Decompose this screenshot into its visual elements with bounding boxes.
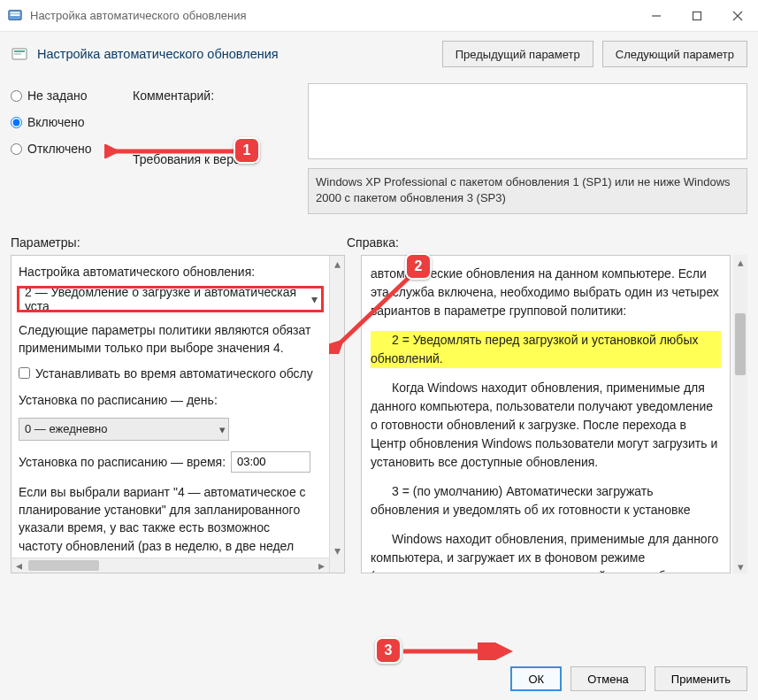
params-vscrollbar[interactable]: ▴ ▾ xyxy=(329,256,344,573)
policy-title: Настройка автоматического обновления xyxy=(37,47,433,61)
svg-rect-9 xyxy=(14,53,21,55)
maximize-button[interactable] xyxy=(677,0,717,31)
radio-disabled-label: Отключено xyxy=(27,142,92,156)
radio-disabled[interactable]: Отключено xyxy=(11,142,117,156)
bottom-params-text: Если вы выбрали вариант "4 — автоматичес… xyxy=(19,483,322,558)
help-highlight: 2 = Уведомлять перед загрузкой и установ… xyxy=(371,331,721,368)
auto-maintenance-checkbox[interactable] xyxy=(19,367,30,379)
help-p2: Когда Windows находит обновления, примен… xyxy=(371,379,721,472)
scroll-left-icon[interactable]: ◂ xyxy=(11,558,27,573)
scroll-up-icon[interactable]: ▴ xyxy=(733,255,747,269)
next-parameter-button[interactable]: Следующий параметр xyxy=(602,41,747,67)
cancel-button[interactable]: Отмена xyxy=(570,666,646,691)
svg-rect-8 xyxy=(14,50,25,52)
ok-button[interactable]: ОК xyxy=(510,666,562,691)
annotation-marker-1: 1 xyxy=(234,137,260,164)
minimize-button[interactable] xyxy=(636,0,677,31)
parameters-pane: Настройка автоматического обновления: 2 … xyxy=(11,255,345,573)
svg-rect-2 xyxy=(11,14,20,16)
radio-disabled-input[interactable] xyxy=(11,143,22,155)
help-section-label: Справка: xyxy=(347,235,747,250)
help-vscrollbar[interactable]: ▴ ▾ xyxy=(733,255,747,573)
following-params-text: Следующие параметры политики являются об… xyxy=(19,321,322,358)
radio-enabled[interactable]: Включено xyxy=(11,115,117,129)
close-button[interactable] xyxy=(717,0,758,31)
radio-enabled-input[interactable] xyxy=(11,117,22,128)
radio-not-configured[interactable]: Не задано xyxy=(11,88,117,103)
scroll-up-icon[interactable]: ▴ xyxy=(330,256,344,271)
schedule-day-label: Установка по расписанию — день: xyxy=(19,391,322,409)
annotation-marker-2: 2 xyxy=(405,253,432,280)
radio-not-configured-label: Не задано xyxy=(27,88,87,103)
scroll-down-icon[interactable]: ▾ xyxy=(733,559,747,573)
chevron-down-icon: ▾ xyxy=(311,292,318,306)
parameters-section-label: Параметры: xyxy=(11,235,347,250)
auto-maintenance-checkbox-row[interactable]: Устанавливать во время автоматического о… xyxy=(19,366,322,381)
chevron-down-icon: ▾ xyxy=(219,422,226,435)
config-combo-value: 2 — Уведомление о загрузке и автоматичес… xyxy=(25,288,305,311)
comment-label: Комментарий: xyxy=(133,88,292,103)
schedule-day-combo-value: 0 — ежедневно xyxy=(25,422,108,435)
config-combo[interactable]: 2 — Уведомление о загрузке и автоматичес… xyxy=(19,288,322,311)
config-combo-label: Настройка автоматического обновления: xyxy=(19,265,322,279)
annotation-arrow-3 xyxy=(398,642,513,660)
radio-enabled-label: Включено xyxy=(27,115,85,129)
window-title: Настройка автоматического обновления xyxy=(30,9,636,22)
requirements-textbox: Windows XP Professional с пакетом обновл… xyxy=(308,168,747,214)
auto-maintenance-checkbox-label: Устанавливать во время автоматического о… xyxy=(35,366,313,381)
hscroll-thumb[interactable] xyxy=(28,560,99,571)
scroll-right-icon[interactable]: ▸ xyxy=(314,558,329,573)
annotation-marker-3: 3 xyxy=(375,637,402,664)
help-p4: Windows находит обновления, применимые д… xyxy=(371,530,721,573)
svg-rect-1 xyxy=(11,12,20,13)
schedule-day-combo[interactable]: 0 — ежедневно ▾ xyxy=(19,418,229,441)
schedule-time-label: Установка по расписанию — время: xyxy=(19,455,226,469)
vscroll-thumb[interactable] xyxy=(735,313,746,375)
help-p3: 3 = (по умолчанию) Автоматически загружа… xyxy=(371,482,721,519)
help-pane: автоматические обновления на данном комп… xyxy=(361,255,731,573)
policy-icon xyxy=(11,45,28,63)
svg-rect-4 xyxy=(693,12,701,19)
params-hscrollbar[interactable]: ◂ ▸ xyxy=(11,558,329,573)
radio-not-configured-input[interactable] xyxy=(11,90,22,102)
previous-parameter-button[interactable]: Предыдущий параметр xyxy=(442,41,593,67)
requirements-label: Требования к версии: xyxy=(133,152,292,166)
comment-textarea[interactable] xyxy=(308,83,747,159)
scroll-down-icon[interactable]: ▾ xyxy=(330,542,344,558)
apply-button[interactable]: Применить xyxy=(655,666,747,691)
app-icon xyxy=(7,8,23,24)
schedule-time-input[interactable] xyxy=(231,451,310,473)
